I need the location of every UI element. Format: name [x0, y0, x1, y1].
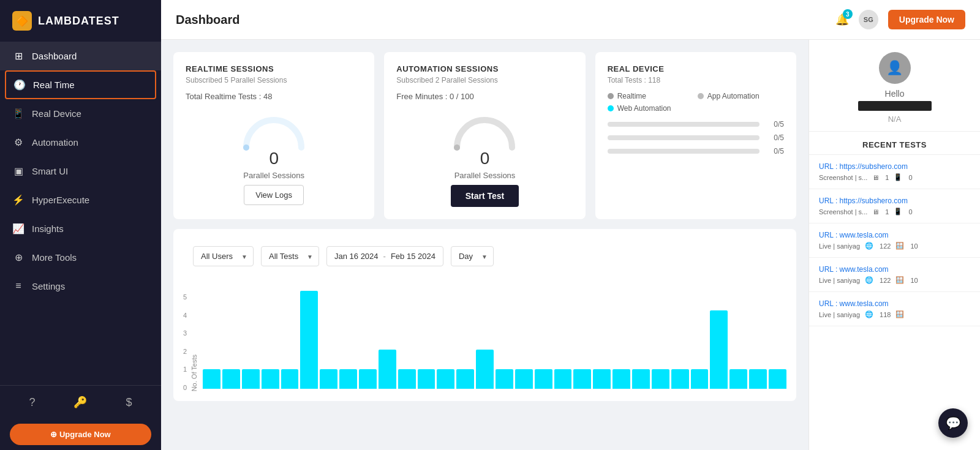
logo-text: LAMBDATEST [38, 15, 119, 28]
recent-test-url: URL : www.tesla.com [819, 265, 970, 274]
chart-bar [262, 369, 279, 389]
chart-bar [476, 350, 494, 389]
progress-bg-1 [608, 122, 760, 127]
sidebar-item-label: Real Time [33, 80, 75, 90]
chart-bar [573, 369, 591, 389]
interval-filter[interactable]: Day [451, 246, 494, 266]
realtime-total: Total Realtime Tests : 48 [186, 92, 362, 101]
header-upgrade-button[interactable]: Upgrade Now [888, 10, 965, 29]
insights-icon: 📈 [12, 223, 24, 234]
chart-bar [515, 369, 533, 389]
real-device-card: REAL DEVICE Total Tests : 118 Realtime A… [595, 52, 796, 219]
header: Dashboard 🔔 3 SG Upgrade Now [161, 0, 980, 40]
real-device-total: Total Tests : 118 [608, 76, 784, 84]
sidebar-item-label: Smart UI [32, 166, 68, 176]
key-icon[interactable]: 🔑 [74, 396, 87, 409]
sidebar-item-smartui[interactable]: ▣ Smart UI [0, 157, 161, 186]
tests-filter[interactable]: All Tests [261, 246, 319, 266]
hyperexecute-icon: ⚡ [12, 194, 24, 206]
sidebar-item-moretools[interactable]: ⊕ More Tools [0, 243, 161, 272]
moretools-icon: ⊕ [12, 252, 24, 263]
sidebar-item-settings[interactable]: ≡ Settings [0, 272, 161, 300]
chart-y-axis: 5 4 3 2 1 0 [183, 293, 190, 391]
chart-bar [691, 369, 709, 389]
desktop-count: 1 [885, 208, 889, 216]
date-range[interactable]: Jan 16 2024 - Feb 15 2024 [326, 246, 443, 266]
sidebar-item-hyperexecute[interactable]: ⚡ HyperExecute [0, 186, 161, 214]
realdevice-icon: 📱 [12, 108, 24, 119]
recent-test-item[interactable]: URL : https://subshero.com Screenshot | … [809, 189, 980, 223]
chart-bar [359, 369, 377, 389]
recent-test-item[interactable]: URL : www.tesla.com Live | saniyag 🌐122 … [809, 223, 980, 258]
dashboard-icon: ⊞ [12, 50, 24, 62]
automation-sessions-card: AUTOMATION SESSIONS Subscribed 2 Paralle… [384, 52, 585, 219]
logo-icon: 🔶 [12, 11, 32, 31]
smartui-icon: ▣ [12, 165, 24, 177]
mobile-count: 0 [908, 208, 912, 216]
automation-gauge-svg [448, 111, 521, 154]
realtime-parallel-value: 0 [269, 149, 279, 168]
sidebar-item-automation[interactable]: ⚙ Automation [0, 128, 161, 157]
notification-bell[interactable]: 🔔 3 [835, 13, 849, 26]
windows-icon: 🪟 [895, 310, 904, 318]
chart-bar [379, 350, 396, 389]
sidebar-item-dashboard[interactable]: ⊞ Dashboard [0, 42, 161, 70]
legend-label-realtime: Realtime [617, 92, 646, 100]
meta-type: Screenshot | s... [819, 208, 867, 216]
billing-icon[interactable]: $ [126, 396, 132, 409]
legend-realtime: Realtime [608, 92, 694, 100]
chat-bubble[interactable]: 💬 [938, 408, 968, 438]
recent-tests-header: RECENT TESTS [809, 132, 980, 155]
recent-test-item[interactable]: URL : www.tesla.com Live | saniyag 🌐118 … [809, 292, 980, 326]
main-content: Dashboard 🔔 3 SG Upgrade Now REALTIME SE… [161, 0, 980, 450]
recent-test-meta: Live | saniyag 🌐118 🪟 [819, 310, 970, 318]
chart-bar [456, 369, 474, 389]
users-filter[interactable]: All Users [193, 246, 254, 266]
legend-app-automation: App Automation [698, 92, 784, 100]
chart-bar [593, 369, 611, 389]
chart-bar [612, 369, 630, 389]
recent-test-url: URL : www.tesla.com [819, 231, 970, 239]
sidebar-upgrade-button[interactable]: ⊕ Upgrade Now [10, 424, 151, 445]
start-test-button[interactable]: Start Test [451, 185, 519, 207]
progress-label-1: 0/5 [766, 120, 784, 129]
recent-test-meta: Live | saniyag 🌐122 🪟10 [819, 242, 970, 250]
mobile-count: 10 [910, 277, 918, 284]
realtime-gauge: 0 Parallel Sessions [186, 111, 362, 180]
chart-bar [339, 369, 357, 389]
mobile-icon: 📱 [894, 208, 902, 216]
sidebar-logo[interactable]: 🔶 LAMBDATEST [0, 0, 161, 42]
gauge-svg [237, 111, 311, 154]
automation-subtitle: Subscribed 2 Parallel Sessions [396, 76, 573, 84]
help-icon[interactable]: ? [29, 396, 35, 409]
chart-bar [749, 369, 767, 389]
chart-bar [535, 369, 552, 389]
sidebar-item-realtime[interactable]: 🕐 Real Time [5, 70, 156, 99]
sidebar-item-label: Automation [32, 137, 78, 148]
chart-bar [671, 369, 689, 389]
progress-bg-3 [608, 149, 760, 154]
desktop-icon: 🖥 [872, 174, 879, 181]
mobile-count: 0 [908, 174, 912, 181]
recent-test-meta: Screenshot | s... 🖥1 📱0 [819, 208, 970, 216]
recent-test-url: URL : www.tesla.com [819, 299, 970, 308]
automation-title: AUTOMATION SESSIONS [396, 64, 573, 73]
sidebar-item-realdevice[interactable]: 📱 Real Device [0, 99, 161, 128]
progress-row-3: 0/5 [608, 147, 784, 156]
recent-test-item[interactable]: URL : https://subshero.com Screenshot | … [809, 155, 980, 189]
windows-icon: 🪟 [895, 276, 904, 284]
sidebar-item-insights[interactable]: 📈 Insights [0, 214, 161, 243]
user-avatar[interactable]: SG [859, 10, 878, 29]
realtime-title: REALTIME SESSIONS [186, 64, 362, 73]
right-panel: 👤 Hello N/A RECENT TESTS URL : https://s… [809, 40, 980, 450]
chrome-icon: 🌐 [865, 310, 873, 318]
view-logs-button[interactable]: View Logs [244, 185, 304, 205]
chart-bar [281, 369, 299, 389]
desktop-count: 122 [880, 277, 891, 284]
recent-test-meta: Screenshot | s... 🖥1 📱0 [819, 173, 970, 181]
meta-type: Live | saniyag [819, 242, 860, 250]
chart-bar [496, 369, 513, 389]
progress-bg-2 [608, 135, 760, 140]
recent-test-item[interactable]: URL : www.tesla.com Live | saniyag 🌐122 … [809, 258, 980, 292]
chart-bar [418, 369, 435, 389]
